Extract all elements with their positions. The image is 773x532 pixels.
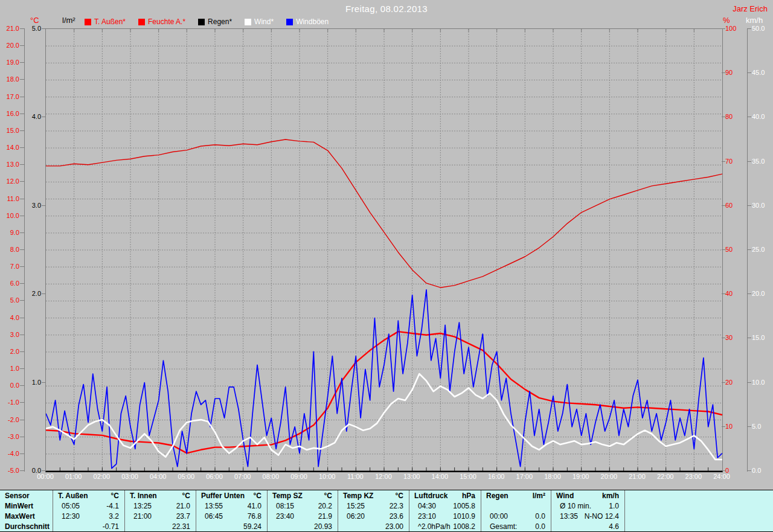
temp-axis-tick-label: 10.0 xyxy=(1,213,19,219)
wind-axis-tick-label: 45.0 xyxy=(752,69,765,76)
legend-item: Wind* xyxy=(245,18,274,26)
stat-time: 23:10 xyxy=(409,512,436,521)
time-axis-tick-label: 17:00 xyxy=(510,473,538,480)
sensor-name: T. Außen xyxy=(53,492,88,500)
stat-time: 04:30 xyxy=(409,502,436,510)
sensor-name: Regen xyxy=(481,492,508,500)
stat-value: 22.31 xyxy=(133,522,196,531)
table-row-label: Durchschnitt xyxy=(0,521,53,531)
stat-value: 20.93 xyxy=(276,522,338,531)
stat-value: N-NO 12.4 xyxy=(578,512,624,521)
stat-time: Ø 10 min. xyxy=(551,502,591,510)
stat-value: 0.0 xyxy=(517,522,551,531)
sensor-unit: °C xyxy=(157,492,196,500)
temp-axis-line xyxy=(24,28,25,472)
legend-swatch-icon xyxy=(286,19,293,25)
avg-row: 23.00 xyxy=(338,521,409,531)
axis-tick xyxy=(747,205,751,206)
table-column-header: LuftdruckhPa xyxy=(409,490,481,501)
legend-swatch-icon xyxy=(245,19,251,25)
rain-axis-tick-label: 2.0 xyxy=(25,290,41,297)
table-empty-area xyxy=(625,490,773,531)
avg-row: 4.6 xyxy=(551,521,624,531)
max-row: 23:4021.9 xyxy=(268,511,338,521)
axis-tick xyxy=(20,318,24,318)
stat-value: 21.9 xyxy=(294,512,338,521)
temp-axis-tick-label: 13.0 xyxy=(1,161,19,168)
temp-axis-unit-label: °C xyxy=(30,16,39,25)
table-column-header: Temp KZ°C xyxy=(338,490,409,501)
stat-time: 13:35 xyxy=(551,512,578,521)
humidity-axis-tick-label: 40 xyxy=(725,290,733,297)
legend-item: T. Außen* xyxy=(85,18,126,26)
min-row: 05:05-4.1 xyxy=(53,501,124,511)
temp-axis-tick-label: 7.0 xyxy=(1,263,19,270)
time-axis-tick-label: 24:00 xyxy=(708,473,736,480)
avg-row: 20.93 xyxy=(268,521,338,531)
axis-tick xyxy=(20,249,24,250)
stat-time: 06:45 xyxy=(196,512,223,521)
sensor-name: Temp KZ xyxy=(338,492,373,500)
table-column: Regenl/m²00:000.0Gesamt:0.0 xyxy=(481,490,551,531)
temp-axis-tick-label: 4.0 xyxy=(1,315,19,321)
axis-tick xyxy=(20,97,24,97)
avg-row: 22.31 xyxy=(125,521,196,531)
sensor-name: Puffer Unten xyxy=(196,492,245,500)
stat-time: Gesamt: xyxy=(481,522,517,531)
time-axis-tick-label: 09:00 xyxy=(285,473,313,480)
rain-axis-tick-label: 3.0 xyxy=(25,202,41,209)
time-axis-tick-label: 21:00 xyxy=(623,473,651,480)
humidity-axis-tick-label: 20 xyxy=(725,379,733,386)
stat-value: 76.8 xyxy=(223,512,267,521)
time-axis-tick-label: 13:00 xyxy=(398,473,426,480)
axis-tick xyxy=(20,62,24,63)
time-axis-tick-label: 04:00 xyxy=(144,473,172,480)
sensor-unit: °C xyxy=(88,492,124,500)
sensor-name: T. Innen xyxy=(125,492,157,500)
table-column-header: T. Innen°C xyxy=(125,490,196,501)
axis-tick xyxy=(20,300,24,301)
temp-axis-tick-label: 12.0 xyxy=(1,178,19,185)
axis-tick xyxy=(20,453,24,454)
sensor-name: Luftdruck xyxy=(409,492,447,500)
time-axis-tick-label: 02:00 xyxy=(88,473,115,480)
avg-row: ^2.0hPa/h1008.2 xyxy=(409,521,481,531)
avg-row: Gesamt:0.0 xyxy=(481,521,551,531)
stat-time: 05:05 xyxy=(53,502,80,510)
stat-value: 23.00 xyxy=(347,522,409,531)
stat-time: 06:20 xyxy=(338,512,365,521)
wind-axis-unit-label: km/h xyxy=(746,16,763,25)
axis-tick xyxy=(20,79,24,80)
stat-time: 12:30 xyxy=(53,512,80,521)
time-axis-tick-label: 20:00 xyxy=(595,473,623,480)
temp-axis-tick-label: 0.0 xyxy=(1,382,19,389)
temp-axis-tick-label: 16.0 xyxy=(1,111,19,117)
rain-axis-tick-label: 1.0 xyxy=(25,379,41,386)
station-name: Jarz Erich xyxy=(733,4,768,13)
stat-value: 20.2 xyxy=(294,502,338,510)
temp-axis-tick-label: -5.0 xyxy=(1,467,19,474)
axis-tick xyxy=(20,385,24,386)
min-row: 04:301005.8 xyxy=(409,501,481,511)
temp-axis-tick-label: 11.0 xyxy=(1,196,19,202)
table-column-header: Puffer Unten°C xyxy=(196,490,267,501)
table-column-header: Windkm/h xyxy=(551,490,624,501)
temp-axis-tick-label: -4.0 xyxy=(1,450,19,457)
temp-axis-tick-label: 20.0 xyxy=(1,42,19,49)
axis-tick xyxy=(20,402,24,403)
stat-value: 3.2 xyxy=(80,512,124,521)
stat-value: 21.0 xyxy=(152,502,196,510)
wind-axis-tick-label: 50.0 xyxy=(752,25,765,32)
min-row: 13:2521.0 xyxy=(125,501,196,511)
axis-tick xyxy=(747,72,751,73)
axis-tick xyxy=(747,338,751,338)
axis-tick xyxy=(747,249,751,250)
legend-item: Feuchte A.* xyxy=(138,18,185,26)
stat-time: 13:55 xyxy=(196,502,223,510)
time-axis-tick-label: 14:00 xyxy=(426,473,454,480)
sensor-unit: hPa xyxy=(447,492,481,500)
axis-tick xyxy=(20,266,24,267)
min-row: 13:5541.0 xyxy=(196,501,267,511)
axis-tick xyxy=(747,382,751,383)
table-column: T. Innen°C13:2521.021:0023.722.31 xyxy=(125,490,196,531)
